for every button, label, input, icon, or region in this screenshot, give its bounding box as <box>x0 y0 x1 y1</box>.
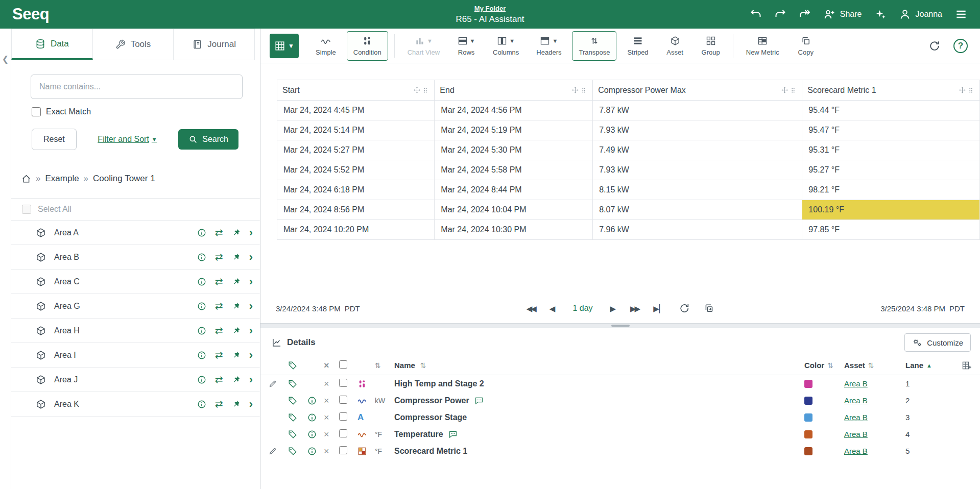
item-info-icon[interactable] <box>307 430 324 439</box>
item-name[interactable]: Compressor Stage <box>394 413 467 422</box>
remove-item-icon[interactable]: × <box>324 379 339 388</box>
customize-button[interactable]: Customize <box>904 333 971 352</box>
breadcrumb-cooling-tower-1[interactable]: Cooling Tower 1 <box>93 174 155 184</box>
item-checkbox[interactable] <box>339 396 347 404</box>
asset-link[interactable]: Area B <box>844 379 868 388</box>
skip-back-icon[interactable]: ◀◀ <box>527 305 535 312</box>
move-column-icon[interactable] <box>959 86 966 94</box>
chevron-right-icon[interactable]: › <box>249 227 253 238</box>
share-button[interactable]: Share <box>823 8 862 20</box>
select-all-items-checkbox[interactable] <box>339 360 347 369</box>
remove-item-icon[interactable]: × <box>324 447 339 456</box>
color-swatch[interactable] <box>804 397 812 405</box>
home-icon[interactable] <box>21 174 31 184</box>
asset-link[interactable]: Area B <box>844 447 868 455</box>
add-column-icon[interactable] <box>949 360 972 371</box>
asset-link[interactable]: Area B <box>844 396 868 405</box>
new-metric-button[interactable]: New Metric <box>739 31 786 61</box>
simple-table-button[interactable]: Simple <box>309 31 343 61</box>
item-info-icon[interactable] <box>197 228 206 237</box>
redo-all-icon[interactable] <box>799 8 811 20</box>
lane-column-header[interactable]: Lane ▲ <box>905 361 949 370</box>
asset-row-area-i[interactable]: Area I ⇄ › <box>11 343 260 368</box>
details-row[interactable]: × High Temp and Stage 2 Area B 1 <box>260 375 980 392</box>
item-checkbox[interactable] <box>339 412 347 421</box>
help-icon[interactable]: ? <box>953 39 968 53</box>
move-column-icon[interactable] <box>571 86 579 94</box>
comment-icon[interactable] <box>448 430 458 439</box>
item-name[interactable]: Scorecard Metric 1 <box>394 447 467 456</box>
jump-to-latest-icon[interactable]: ▶▏ <box>653 305 665 312</box>
details-row[interactable]: × °F Temperature Area B 4 <box>260 426 980 443</box>
search-button[interactable]: Search <box>178 129 238 150</box>
exact-match-option[interactable]: Exact Match <box>32 107 260 116</box>
item-name[interactable]: Compressor Power <box>394 396 469 405</box>
swap-asset-icon[interactable]: ⇄ <box>215 277 223 286</box>
duration-label[interactable]: 1 day <box>569 304 595 313</box>
details-row[interactable]: × kW Compressor Power Area B 2 <box>260 392 980 409</box>
item-name[interactable]: High Temp and Stage 2 <box>394 379 484 388</box>
color-swatch[interactable] <box>804 380 812 388</box>
ai-sparkle-icon[interactable] <box>874 8 887 20</box>
asset-row-area-c[interactable]: Area C ⇄ › <box>11 270 260 294</box>
swap-asset-icon[interactable]: ⇄ <box>215 350 223 360</box>
pin-icon[interactable] <box>232 228 241 237</box>
item-name[interactable]: Temperature <box>394 430 443 439</box>
chevron-right-icon[interactable]: › <box>249 350 253 361</box>
item-info-icon[interactable] <box>197 253 206 262</box>
remove-item-icon[interactable]: × <box>324 396 339 405</box>
asset-row-area-a[interactable]: Area A ⇄ › <box>11 221 260 245</box>
name-search-input[interactable] <box>31 75 243 99</box>
swap-asset-icon[interactable]: ⇄ <box>215 375 223 384</box>
chevron-right-icon[interactable]: › <box>249 399 253 410</box>
item-info-icon[interactable] <box>307 413 324 422</box>
asset-link[interactable]: Area B <box>844 413 868 422</box>
column-menu-icon[interactable] <box>967 87 974 94</box>
item-checkbox[interactable] <box>339 379 347 387</box>
swap-asset-icon[interactable]: ⇄ <box>215 252 223 262</box>
striped-button[interactable]: Striped <box>620 31 655 61</box>
skip-forward-icon[interactable]: ▶▶ <box>630 305 639 312</box>
tab-data[interactable]: Data <box>11 29 93 60</box>
item-info-icon[interactable] <box>197 375 206 384</box>
copy-button[interactable]: Copy <box>790 31 822 61</box>
tab-tools[interactable]: Tools <box>93 29 174 60</box>
auto-update-icon[interactable] <box>679 303 689 313</box>
tag-icon[interactable] <box>288 430 307 439</box>
breadcrumb-example[interactable]: Example <box>45 174 79 184</box>
item-info-icon[interactable] <box>197 277 206 286</box>
chevron-right-icon[interactable]: › <box>249 374 253 385</box>
pin-icon[interactable] <box>232 277 241 286</box>
color-swatch[interactable] <box>804 447 812 455</box>
move-column-icon[interactable] <box>781 86 788 94</box>
column-menu-icon[interactable] <box>790 87 797 94</box>
color-swatch[interactable] <box>804 430 812 438</box>
pin-icon[interactable] <box>232 351 241 359</box>
item-checkbox[interactable] <box>339 429 347 437</box>
step-forward-icon[interactable]: ▶ <box>610 305 616 312</box>
tag-icon[interactable] <box>288 413 307 422</box>
chevron-right-icon[interactable]: › <box>249 252 253 263</box>
tag-icon[interactable] <box>288 379 307 388</box>
asset-row-area-h[interactable]: Area H ⇄ › <box>11 319 260 343</box>
item-info-icon[interactable] <box>197 302 206 311</box>
swap-asset-icon[interactable]: ⇄ <box>215 326 223 335</box>
chevron-right-icon[interactable]: › <box>249 325 253 336</box>
filter-and-sort-link[interactable]: Filter and Sort ▼ <box>98 135 157 144</box>
comment-icon[interactable] <box>474 396 484 405</box>
item-checkbox[interactable] <box>339 446 347 454</box>
color-column-header[interactable]: Color ⇅ <box>804 361 844 370</box>
menu-icon[interactable] <box>954 8 968 21</box>
chart-view-button[interactable]: ▼ Chart View <box>401 31 446 61</box>
color-swatch[interactable] <box>804 413 812 422</box>
rows-button[interactable]: ▼ Rows <box>450 31 482 61</box>
column-menu-icon[interactable] <box>580 87 587 94</box>
bulk-tag-icon[interactable] <box>288 361 307 370</box>
details-row[interactable]: × °F Scorecard Metric 1 Area B 5 <box>260 443 980 459</box>
tag-icon[interactable] <box>288 396 307 405</box>
refresh-icon[interactable] <box>929 40 940 52</box>
move-column-icon[interactable] <box>413 86 421 94</box>
bulk-remove-icon[interactable]: × <box>324 361 339 370</box>
pin-icon[interactable] <box>232 375 241 384</box>
sort-items-icon[interactable]: ⇅ <box>375 361 394 370</box>
